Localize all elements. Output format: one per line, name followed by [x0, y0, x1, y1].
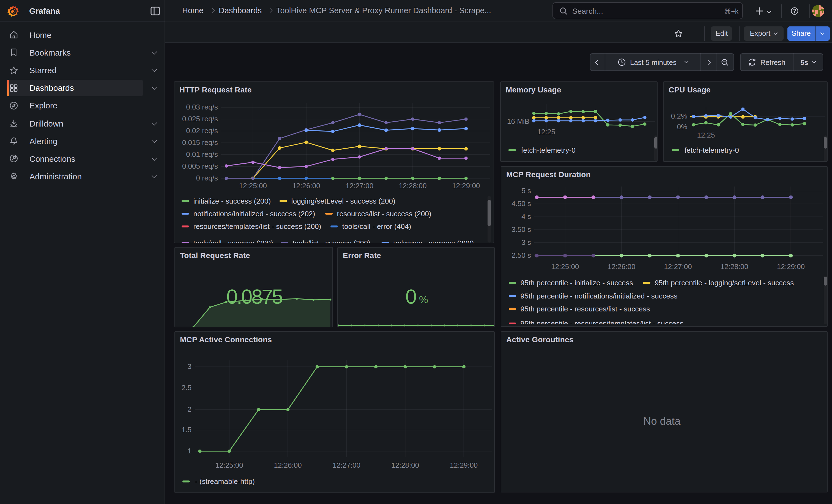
svg-text:5 s: 5 s [521, 187, 531, 195]
svg-text:2.5: 2.5 [182, 383, 191, 392]
svg-text:0.0875: 0.0875 [227, 285, 283, 308]
svg-text:notifications/initialized - su: notifications/initialized - success (202… [193, 210, 315, 218]
svg-text:12:25: 12:25 [697, 131, 715, 139]
svg-text:12:29:00: 12:29:00 [777, 262, 805, 271]
svg-text:0.025 req/s: 0.025 req/s [182, 115, 218, 123]
svg-text:12:27:00: 12:27:00 [664, 262, 692, 271]
svg-text:resources/list - success (200): resources/list - success (200) [337, 210, 432, 218]
svg-text:0%: 0% [677, 123, 687, 131]
svg-text:0.03 req/s: 0.03 req/s [186, 103, 218, 111]
svg-text:12:29:00: 12:29:00 [452, 182, 480, 190]
svg-text:0.2%: 0.2% [671, 112, 687, 120]
svg-text:tools/list - success (200): tools/list - success (200) [292, 239, 370, 243]
svg-text:0.02 req/s: 0.02 req/s [186, 127, 218, 135]
svg-text:unknown - success (200): unknown - success (200) [393, 239, 474, 243]
svg-text:12:28:00: 12:28:00 [721, 262, 748, 271]
svg-text:0.005 req/s: 0.005 req/s [182, 162, 218, 170]
svg-text:95th percentile - initialize -: 95th percentile - initialize - success [521, 279, 633, 287]
svg-text:fetch-telemetry-0: fetch-telemetry-0 [521, 146, 576, 154]
svg-text:logging/setLevel - success (20: logging/setLevel - success (200) [291, 197, 395, 205]
svg-text:initialize - success (200): initialize - success (200) [193, 197, 271, 205]
svg-text:4.50 s: 4.50 s [512, 200, 531, 208]
svg-text:tools/call - error (404): tools/call - error (404) [342, 222, 411, 231]
svg-text:tools/call - success (200): tools/call - success (200) [193, 239, 273, 243]
svg-text:12:29:00: 12:29:00 [450, 461, 478, 469]
svg-text:12:28:00: 12:28:00 [399, 182, 427, 190]
svg-text:resources/templates/list - suc: resources/templates/list - success (200) [193, 222, 321, 231]
svg-text:95th percentile - notification: 95th percentile - notifications/initiali… [521, 292, 678, 300]
svg-text:2.50 s: 2.50 s [512, 251, 531, 260]
svg-text:12:25: 12:25 [537, 128, 555, 136]
svg-text:0 req/s: 0 req/s [196, 174, 218, 182]
svg-text:0.01 req/s: 0.01 req/s [186, 150, 218, 158]
svg-text:1: 1 [188, 447, 191, 455]
svg-text:2: 2 [188, 405, 191, 414]
svg-text:fetch-telemetry-0: fetch-telemetry-0 [684, 146, 739, 154]
svg-text:0.015 req/s: 0.015 req/s [182, 138, 218, 147]
svg-text:12:25:00: 12:25:00 [551, 262, 579, 271]
svg-text:3.50 s: 3.50 s [512, 225, 531, 234]
svg-text:16 MiB: 16 MiB [507, 117, 529, 126]
svg-text:- (streamable-http): - (streamable-http) [195, 477, 255, 485]
svg-text:0: 0 [405, 285, 417, 308]
svg-text:12:27:00: 12:27:00 [345, 182, 373, 190]
svg-text:95th percentile - resources/li: 95th percentile - resources/list - succe… [521, 305, 650, 313]
svg-text:4 s: 4 s [521, 212, 531, 221]
svg-text:3 s: 3 s [521, 238, 531, 246]
svg-text:95th percentile - logging/setL: 95th percentile - logging/setLevel - suc… [654, 279, 794, 287]
svg-text:12:25:00: 12:25:00 [215, 461, 243, 469]
svg-text:%: % [419, 294, 428, 306]
svg-text:12:25:00: 12:25:00 [239, 182, 267, 190]
svg-text:1.5: 1.5 [182, 426, 191, 434]
svg-text:12:27:00: 12:27:00 [333, 461, 360, 469]
svg-text:12:28:00: 12:28:00 [391, 461, 419, 469]
svg-text:12:26:00: 12:26:00 [292, 182, 320, 190]
svg-text:3: 3 [188, 362, 191, 371]
svg-text:12:26:00: 12:26:00 [607, 262, 635, 271]
svg-text:12:26:00: 12:26:00 [274, 461, 302, 469]
